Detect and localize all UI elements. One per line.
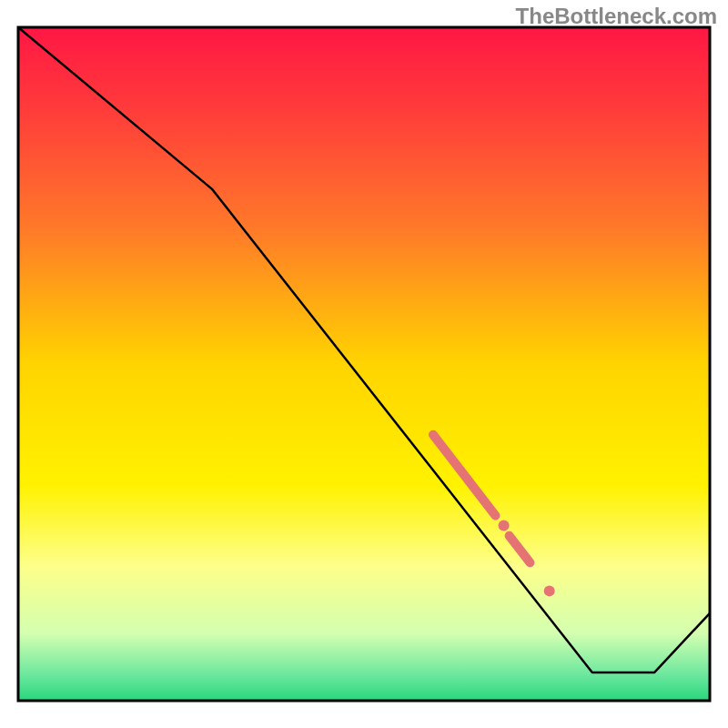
plot-background (18, 27, 710, 701)
dot-2 (544, 585, 555, 596)
chart-svg (0, 0, 728, 728)
watermark-text: TheBottleneck.com (516, 4, 717, 29)
chart-container: TheBottleneck.com (0, 0, 728, 728)
dot-1 (499, 521, 510, 531)
